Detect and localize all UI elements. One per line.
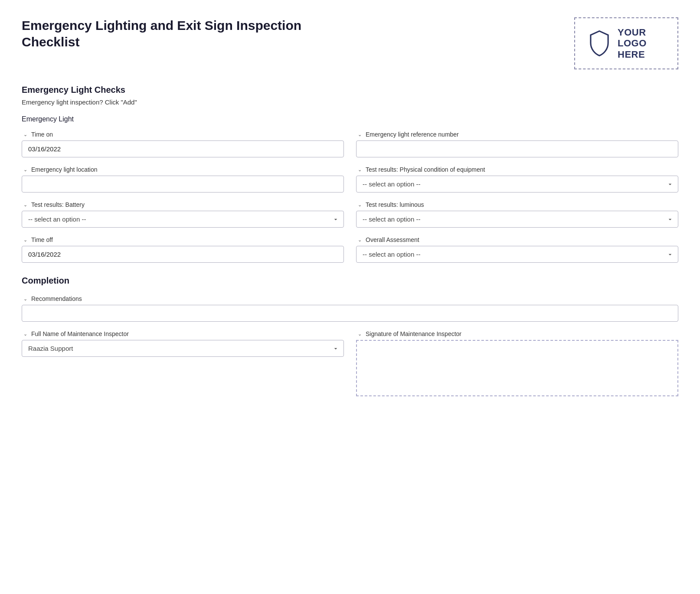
time-off-input[interactable] [22,246,344,263]
time-on-label-row: ⌄ Time on [22,131,344,138]
signature-inspector-chevron-icon: ⌄ [356,330,363,337]
test-results-physical-chevron-icon: ⌄ [356,166,363,173]
signature-box[interactable] [356,340,678,396]
time-on-input[interactable] [22,140,344,157]
emergency-light-location-chevron-icon: ⌄ [22,166,29,173]
emergency-light-ref-label-row: ⌄ Emergency light reference number [356,131,678,138]
test-results-battery-label: Test results: Battery [31,201,85,208]
time-off-label-row: ⌄ Time off [22,236,344,243]
test-results-physical-field: ⌄ Test results: Physical condition of eq… [356,166,678,193]
time-off-label: Time off [31,236,53,243]
overall-assessment-label: Overall Assessment [366,236,419,243]
signature-inspector-field: ⌄ Signature of Maintenance Inspector [356,330,678,396]
signature-inspector-label: Signature of Maintenance Inspector [366,330,461,337]
full-name-inspector-label: Full Name of Maintenance Inspector [31,330,129,337]
emergency-light-checks-title: Emergency Light Checks [22,85,678,95]
signature-inspector-label-row: ⌄ Signature of Maintenance Inspector [356,330,678,337]
recommendations-label: Recommendations [31,295,82,302]
emergency-light-ref-field: ⌄ Emergency light reference number [356,131,678,157]
emergency-light-checks-section: Emergency Light Checks Emergency light i… [22,85,678,271]
emergency-light-form-grid: ⌄ Time on ⌄ Emergency light reference nu… [22,131,678,271]
completion-title: Completion [22,276,678,286]
overall-assessment-label-row: ⌄ Overall Assessment [356,236,678,243]
emergency-light-checks-subtitle: Emergency light inspection? Click "Add" [22,98,678,106]
time-on-label: Time on [31,131,53,138]
time-on-chevron-icon: ⌄ [22,131,29,138]
emergency-light-subsection-title: Emergency Light [22,115,678,123]
test-results-luminous-label-row: ⌄ Test results: luminous [356,201,678,208]
test-results-physical-label: Test results: Physical condition of equi… [366,166,485,173]
full-name-inspector-field: ⌄ Full Name of Maintenance Inspector Raa… [22,330,344,396]
recommendations-chevron-icon: ⌄ [22,295,29,302]
test-results-luminous-chevron-icon: ⌄ [356,201,363,208]
test-results-luminous-field: ⌄ Test results: luminous -- select an op… [356,201,678,228]
emergency-light-ref-input[interactable] [356,140,678,157]
emergency-light-location-label-row: ⌄ Emergency light location [22,166,344,173]
emergency-light-ref-chevron-icon: ⌄ [356,131,363,138]
logo-box: YOURLOGOHERE [574,17,678,69]
emergency-light-location-input[interactable] [22,176,344,193]
full-name-inspector-label-row: ⌄ Full Name of Maintenance Inspector [22,330,344,337]
full-name-inspector-chevron-icon: ⌄ [22,330,29,337]
overall-assessment-field: ⌄ Overall Assessment -- select an option… [356,236,678,263]
page-title: Emergency Lighting and Exit Sign Inspect… [22,17,317,50]
test-results-physical-label-row: ⌄ Test results: Physical condition of eq… [356,166,678,173]
completion-section: Completion ⌄ Recommendations ⌄ Full Name… [22,276,678,405]
test-results-luminous-select[interactable]: -- select an option -- [356,211,678,228]
logo-text: YOURLOGOHERE [618,27,647,60]
test-results-battery-chevron-icon: ⌄ [22,201,29,208]
recommendations-input[interactable] [22,305,678,322]
test-results-luminous-label: Test results: luminous [366,201,424,208]
completion-form-grid: ⌄ Recommendations ⌄ Full Name of Mainten… [22,295,678,405]
emergency-light-location-label: Emergency light location [31,166,98,173]
time-off-chevron-icon: ⌄ [22,236,29,243]
time-off-field: ⌄ Time off [22,236,344,263]
test-results-physical-select[interactable]: -- select an option -- [356,176,678,193]
recommendations-label-row: ⌄ Recommendations [22,295,678,302]
header: Emergency Lighting and Exit Sign Inspect… [22,17,678,69]
emergency-light-ref-label: Emergency light reference number [366,131,459,138]
recommendations-field: ⌄ Recommendations [22,295,678,322]
full-name-inspector-select[interactable]: Raazia Support [22,340,344,357]
emergency-light-location-field: ⌄ Emergency light location [22,166,344,193]
test-results-battery-field: ⌄ Test results: Battery -- select an opt… [22,201,344,228]
time-on-field: ⌄ Time on [22,131,344,157]
test-results-battery-label-row: ⌄ Test results: Battery [22,201,344,208]
shield-icon [587,29,612,57]
overall-assessment-chevron-icon: ⌄ [356,236,363,243]
overall-assessment-select[interactable]: -- select an option -- [356,246,678,263]
test-results-battery-select[interactable]: -- select an option -- [22,211,344,228]
